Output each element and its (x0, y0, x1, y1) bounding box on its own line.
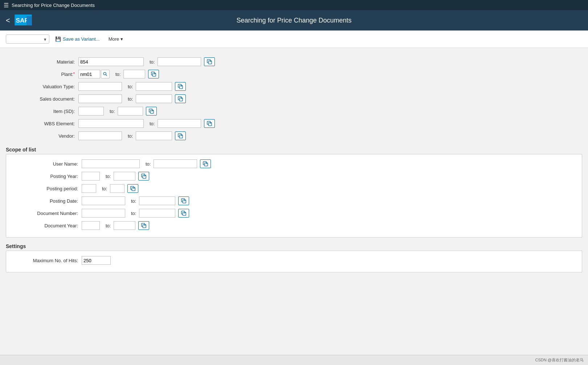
form-row-item-sd: Item (SD):to: (6, 106, 582, 116)
vendor-from-wrapper (78, 131, 122, 140)
top-bar-title: Searching for Price Change Documents (12, 3, 95, 8)
document-year-from-wrapper (82, 221, 100, 230)
plant-label: Plant:* (6, 72, 78, 77)
document-year-to-input[interactable] (114, 221, 135, 230)
form-row-document-number: Document Number:to: (9, 208, 579, 218)
posting-year-range-button[interactable] (138, 172, 149, 181)
valuation-type-range-button[interactable] (175, 82, 186, 91)
variant-dropdown[interactable] (6, 35, 49, 44)
valuation-type-label: Valuation Type: (6, 84, 78, 89)
back-button[interactable]: < (6, 16, 10, 25)
valuation-type-to-label: to: (128, 84, 133, 89)
settings-panel-inner: Maximum No. of Hits: (6, 251, 582, 272)
form-row-wbs-element: WBS Element:to: (6, 118, 582, 129)
wbs-element-from-input[interactable] (78, 119, 144, 128)
wbs-element-label: WBS Element: (6, 121, 78, 126)
posting-period-range-button[interactable] (127, 184, 138, 193)
material-from-wrapper (78, 57, 144, 66)
posting-date-range-button[interactable] (178, 196, 189, 205)
posting-date-from-wrapper (82, 196, 125, 205)
variant-dropdown-wrapper[interactable] (6, 35, 49, 44)
toolbar: 💾 Save as Variant... More ▾ (0, 31, 588, 48)
plant-from-input[interactable] (78, 70, 100, 78)
main-form-section: Material:to: Plant:* to: Valuation Type:… (6, 57, 582, 141)
scope-fields: User Name:to: Posting Year:to: Posting p… (9, 159, 579, 231)
hamburger-menu-icon[interactable]: ☰ (4, 2, 9, 9)
material-from-input[interactable] (78, 57, 144, 66)
document-number-range-button[interactable] (178, 209, 189, 218)
sap-logo: SAP (15, 15, 32, 26)
posting-year-from-wrapper (82, 172, 100, 181)
vendor-from-input[interactable] (78, 131, 122, 140)
svg-marker-3 (26, 16, 32, 25)
wbs-element-to-input[interactable] (158, 119, 201, 128)
posting-year-to-input[interactable] (114, 172, 135, 181)
material-label: Material: (6, 59, 78, 65)
posting-period-from-wrapper (82, 184, 96, 193)
plant-search-button[interactable] (101, 70, 110, 78)
posting-period-to-label: to: (102, 186, 107, 191)
material-to-input[interactable] (158, 57, 201, 66)
plant-range-button[interactable] (148, 70, 159, 78)
settings-fields: Maximum No. of Hits: (9, 255, 579, 265)
save-variant-label: Save as Variant... (63, 36, 100, 42)
form-row-valuation-type: Valuation Type:to: (6, 81, 582, 92)
form-row-posting-period: Posting period:to: (9, 183, 579, 194)
user-name-from-input[interactable] (82, 159, 140, 168)
document-number-label: Document Number: (9, 211, 82, 216)
item-sd-range-button[interactable] (146, 107, 157, 115)
sales-document-from-input[interactable] (78, 94, 122, 103)
document-year-from-input[interactable] (82, 221, 100, 230)
save-icon: 💾 (55, 36, 61, 42)
vendor-range-button[interactable] (175, 131, 186, 140)
plant-to-input[interactable] (123, 70, 145, 78)
plant-from-wrapper (78, 70, 110, 78)
max-hits-label: Maximum No. of Hits: (9, 258, 82, 263)
form-row-vendor: Vendor:to: (6, 131, 582, 141)
posting-year-label: Posting Year: (9, 174, 82, 179)
sales-document-range-button[interactable] (175, 94, 186, 103)
item-sd-from-input[interactable] (78, 107, 104, 115)
item-sd-label: Item (SD): (6, 109, 78, 114)
scope-section-title: Scope of list (6, 147, 582, 153)
sales-document-to-input[interactable] (136, 94, 172, 103)
material-to-label: to: (150, 59, 155, 65)
more-label: More (109, 36, 119, 42)
user-name-range-button[interactable] (200, 159, 211, 168)
max-hits-input[interactable] (82, 256, 111, 265)
form-row-posting-year: Posting Year:to: (9, 171, 579, 181)
posting-year-from-input[interactable] (82, 172, 100, 181)
posting-date-from-input[interactable] (82, 196, 125, 205)
header: < SAP Searching for Price Change Documen… (0, 10, 588, 31)
form-row-posting-date: Posting Date:to: (9, 196, 579, 206)
valuation-type-from-wrapper (78, 82, 122, 91)
settings-section-title: Settings (6, 243, 582, 249)
item-sd-to-input[interactable] (118, 107, 143, 115)
valuation-type-from-input[interactable] (78, 82, 122, 91)
vendor-to-input[interactable] (136, 131, 172, 140)
posting-period-to-input[interactable] (110, 184, 124, 193)
posting-date-to-input[interactable] (139, 196, 175, 205)
document-year-range-button[interactable] (138, 221, 149, 230)
document-number-from-wrapper (82, 209, 125, 218)
main-fields: Material:to: Plant:* to: Valuation Type:… (6, 57, 582, 141)
user-name-label: User Name: (9, 161, 82, 167)
material-range-button[interactable] (204, 57, 215, 66)
valuation-type-to-input[interactable] (136, 82, 172, 91)
document-year-to-label: to: (106, 223, 111, 228)
header-title: Searching for Price Change Documents (236, 17, 351, 24)
save-variant-button[interactable]: 💾 Save as Variant... (52, 35, 103, 43)
scope-of-list-panel: User Name:to: Posting Year:to: Posting p… (6, 154, 582, 238)
item-sd-to-label: to: (110, 109, 115, 114)
document-number-from-input[interactable] (82, 209, 125, 218)
wbs-element-range-button[interactable] (204, 119, 215, 128)
document-number-to-input[interactable] (139, 209, 175, 218)
posting-period-from-input[interactable] (82, 184, 96, 193)
chevron-down-icon: ▾ (121, 36, 123, 42)
form-row-sales-document: Sales document:to: (6, 94, 582, 104)
more-button[interactable]: More ▾ (106, 35, 126, 43)
user-name-to-input[interactable] (154, 159, 197, 168)
settings-row-max-hits: Maximum No. of Hits: (9, 255, 579, 265)
form-row-plant: Plant:* to: (6, 69, 582, 79)
posting-date-label: Posting Date: (9, 198, 82, 204)
